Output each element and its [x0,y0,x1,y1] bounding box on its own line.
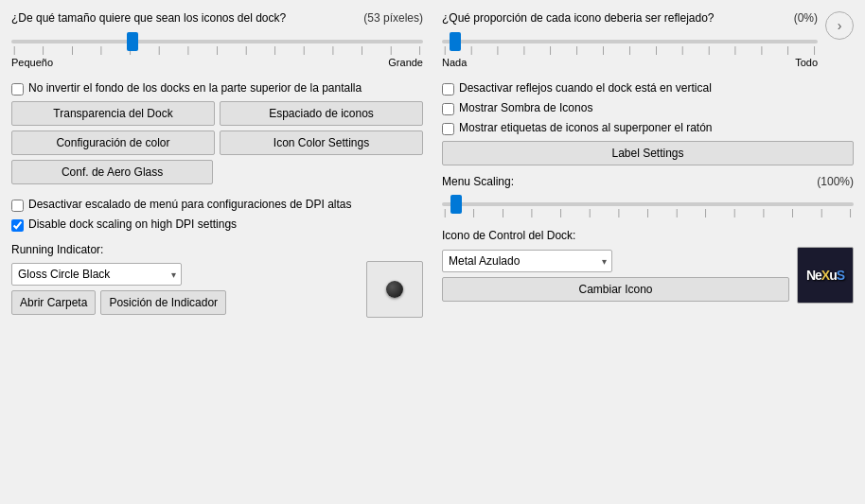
no-scale-checkbox[interactable] [11,200,24,212]
nexus-logo-text: NeXuS [806,268,844,283]
disable-dock-scaling-checkbox-row: Disable dock scaling on high DPI setting… [11,217,423,232]
change-icon-button[interactable]: Cambiar Icono [442,277,789,302]
show-labels-checkbox[interactable] [442,123,454,135]
show-shadow-label: Mostrar Sombra de Iconos [459,101,592,114]
deactivate-reflections-checkbox[interactable] [442,83,454,96]
show-labels-label: Mostrar etiquetas de iconos al superpone… [459,121,713,134]
slider-all-label: Todo [795,57,818,68]
indicator-dot [386,281,403,298]
transparency-button[interactable]: Transparencia del Dock [11,101,215,126]
reflection-question-label: ¿Qué proporción de cada icono deberia se… [442,11,818,26]
indicator-buttons: Abrir Carpeta Posición de Indicador [11,290,359,315]
metal-select[interactable]: Metal Azulado Default Classic [442,250,612,272]
dock-size-slider[interactable]: ||||| ||||| ||||| [11,40,423,55]
button-grid-top: Transparencia del Dock Espaciado de icon… [11,101,423,155]
dock-size-question: ¿De qué tamaño quiere que sean los icono… [11,11,423,26]
no-invert-checkbox[interactable] [11,83,24,96]
aero-button[interactable]: Conf. de Aero Glass [11,160,213,184]
no-scale-checkbox-row: Desactivar escalado de menú para configu… [11,198,423,212]
button-grid-aero: Conf. de Aero Glass [11,160,213,184]
disable-dock-scaling-checkbox[interactable] [11,219,24,232]
dock-size-value: (53 píxeles) [363,11,423,26]
indicator-select[interactable]: Gloss Circle Black Circle Blue Arrow Non… [11,263,182,286]
menu-scaling-section: Menu Scaling: (100%) ||||| ||||| ||||| [442,175,854,218]
running-indicator-section: Running Indicator: Gloss Circle Black Ci… [11,243,423,318]
no-scale-label: Desactivar escalado de menú para configu… [28,198,352,211]
no-invert-checkbox-row: No invertir el fondo de los docks en la … [11,81,423,96]
indicator-row: Gloss Circle Black Circle Blue Arrow Non… [11,261,423,318]
menu-scaling-value: (100%) [817,175,854,190]
icono-control-section: Icono de Control del Dock: Metal Azulado… [442,229,854,304]
icono-row: Metal Azulado Default Classic ▾ Cambiar … [442,247,854,304]
deactivate-reflections-label: Desactivar reflejos cuando el dock está … [459,81,712,95]
show-shadow-checkbox[interactable] [442,103,454,115]
show-shadow-checkbox-row: Mostrar Sombra de Iconos [442,101,854,115]
indicator-preview [366,261,423,318]
menu-scaling-header: Menu Scaling: (100%) [442,175,854,190]
slider-none-label: Nada [442,57,467,68]
icono-control-label: Icono de Control del Dock: [442,229,854,242]
reflection-value: (0%) [794,11,818,26]
deactivate-reflections-checkbox-row: Desactivar reflejos cuando el dock está … [442,81,854,96]
reflection-slider[interactable]: ||||| ||||| ||||| [442,40,818,55]
icon-color-button[interactable]: Icon Color Settings [220,130,423,155]
chevron-button[interactable]: › [825,11,854,40]
metal-select-wrapper[interactable]: Metal Azulado Default Classic ▾ [442,250,612,272]
disable-dock-scaling-label: Disable dock scaling on high DPI setting… [28,217,237,231]
reflection-slider-section: ¿Qué proporción de cada icono deberia se… [442,11,854,68]
no-invert-label: No invertir el fondo de los docks en la … [28,81,362,95]
running-indicator-label: Running Indicator: [11,243,423,256]
indicator-select-wrapper[interactable]: Gloss Circle Black Circle Blue Arrow Non… [11,263,182,286]
color-config-button[interactable]: Configuración de color [11,130,215,155]
spacing-button[interactable]: Espaciado de iconos [220,101,423,126]
menu-scaling-slider[interactable]: ||||| ||||| ||||| [442,202,854,217]
slider-large-label: Grande [388,57,423,68]
slider-small-label: Pequeño [11,57,53,68]
nexus-logo: NeXuS [797,247,854,304]
show-labels-checkbox-row: Mostrar etiquetas de iconos al superpone… [442,121,854,135]
open-folder-button[interactable]: Abrir Carpeta [11,290,96,315]
label-settings-button[interactable]: Label Settings [442,141,854,165]
position-indicator-button[interactable]: Posición de Indicador [100,290,226,315]
